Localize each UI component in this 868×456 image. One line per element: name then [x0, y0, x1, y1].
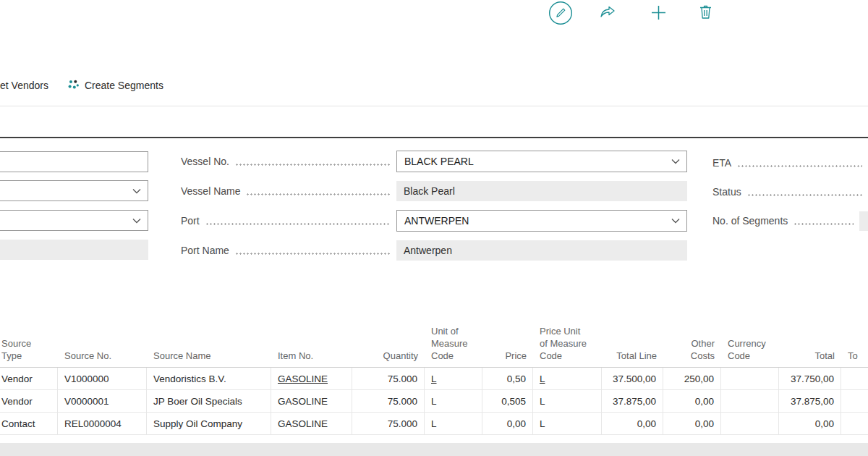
cell-quantity[interactable]: 75.000 — [352, 390, 425, 413]
vessel-no-combobox[interactable]: BLACK PEARL — [396, 151, 687, 172]
cell-item_no[interactable]: GASOLINE — [271, 368, 352, 390]
horizontal-divider — [0, 106, 868, 106]
cell-source_no[interactable]: V1000000 — [58, 368, 147, 390]
cell-other_costs[interactable]: 0,00 — [663, 390, 721, 413]
cell-source_name[interactable]: JP Boer Oil Specials — [147, 390, 271, 413]
port-name-field: Antwerpen — [396, 240, 687, 261]
cell-item_no[interactable]: GASOLINE — [271, 390, 352, 413]
cell-currency_code[interactable] — [721, 368, 779, 390]
table-header-row: Source TypeSource No.Source NameItem No.… — [0, 318, 868, 368]
new-button[interactable] — [650, 4, 667, 21]
form-row-vessel-no: Vessel No. BLACK PEARL — [181, 151, 687, 172]
cell-price[interactable]: 0,00 — [482, 413, 533, 435]
field-label: Port — [181, 215, 200, 227]
dotted-leader — [235, 164, 391, 166]
column-header-uom_code[interactable]: Unit of Measure Code — [425, 318, 482, 367]
cell-quantity[interactable]: 75.000 — [352, 368, 425, 390]
field-label: Vessel No. — [181, 156, 229, 167]
cell-total_line[interactable]: 0,00 — [602, 413, 663, 435]
field-value: Black Pearl — [404, 185, 455, 197]
section-top-border — [0, 137, 868, 138]
cell-total[interactable]: 0,00 — [779, 413, 841, 435]
page: et Vendors Create Segments — [0, 0, 868, 456]
cell-total_cut[interactable] — [841, 368, 868, 390]
cell-source_type[interactable]: Contact — [0, 413, 58, 435]
cell-other_costs[interactable]: 250,00 — [663, 368, 721, 390]
left-input-field[interactable] — [0, 151, 148, 172]
cell-source_type[interactable]: Vendor — [0, 368, 58, 390]
column-header-source_name[interactable]: Source Name — [147, 318, 271, 367]
chevron-down-icon — [671, 159, 680, 164]
action-create-segments[interactable]: Create Segments — [67, 79, 163, 93]
column-header-price[interactable]: Price — [482, 318, 533, 367]
share-button[interactable] — [599, 5, 617, 20]
field-label: Status — [712, 186, 741, 198]
cell-source_type[interactable]: Vendor — [0, 390, 58, 413]
column-header-quantity[interactable]: Quantity — [352, 318, 425, 367]
cell-source_no[interactable]: V0000001 — [58, 390, 147, 413]
column-header-total[interactable]: Total — [779, 318, 841, 367]
cell-total_cut[interactable] — [841, 413, 868, 435]
port-combobox[interactable]: ANTWERPEN — [396, 210, 687, 232]
form-row-no-of-segments: No. of Segments — [712, 211, 868, 231]
share-icon — [599, 12, 617, 22]
edit-button[interactable] — [548, 0, 574, 26]
cell-price_uom_code[interactable]: L — [533, 413, 602, 435]
left-combobox-lower[interactable] — [0, 210, 148, 231]
field-value: BLACK PEARL — [404, 156, 474, 167]
status-bar — [0, 443, 868, 456]
cell-currency_code[interactable] — [721, 413, 779, 435]
column-header-item_no[interactable]: Item No. — [271, 318, 352, 367]
dotted-leader — [246, 193, 391, 195]
cell-uom_code[interactable]: L — [425, 413, 482, 435]
cell-source_no[interactable]: REL0000004 — [58, 413, 147, 435]
plus-icon — [650, 12, 667, 23]
dotted-leader — [235, 253, 391, 255]
left-readonly-field — [0, 240, 148, 260]
cell-total[interactable]: 37.750,00 — [779, 368, 841, 390]
cell-currency_code[interactable] — [721, 390, 779, 413]
dotted-leader — [793, 223, 854, 225]
left-combobox-upper[interactable] — [0, 180, 148, 201]
cell-total[interactable]: 37.875,00 — [779, 390, 841, 413]
column-header-other_costs[interactable]: Other Costs — [663, 318, 721, 367]
vessel-name-field: Black Pearl — [396, 181, 687, 201]
action-get-vendors[interactable]: et Vendors — [0, 80, 48, 91]
pencil-icon — [548, 17, 574, 28]
cell-price[interactable]: 0,50 — [482, 368, 533, 390]
cell-total_line[interactable]: 37.875,00 — [602, 390, 663, 413]
field-label: No. of Segments — [712, 215, 788, 227]
form-row-status: Status — [712, 182, 868, 202]
column-header-total_cut[interactable]: To — [841, 318, 868, 367]
cell-total_line[interactable]: 37.500,00 — [602, 368, 663, 390]
dotted-leader — [737, 165, 862, 167]
cell-uom_code[interactable]: L — [425, 390, 482, 413]
action-label: Create Segments — [85, 80, 163, 91]
cell-price_uom_code[interactable]: L — [533, 368, 602, 390]
form-row-eta: ETA — [712, 153, 868, 173]
cell-source_name[interactable]: Supply Oil Company — [147, 413, 271, 435]
field-value: Antwerpen — [404, 245, 452, 256]
field-label: Port Name — [181, 245, 229, 256]
cell-total_cut[interactable] — [841, 390, 868, 413]
field-label: ETA — [712, 157, 731, 169]
cell-price[interactable]: 0,505 — [482, 390, 533, 413]
delete-button[interactable] — [698, 4, 713, 20]
cell-other_costs[interactable]: 0,00 — [663, 413, 721, 435]
cell-quantity[interactable]: 75.000 — [352, 413, 425, 435]
column-header-currency_code[interactable]: Currency Code — [721, 318, 779, 367]
cell-uom_code[interactable]: L — [425, 368, 482, 390]
lines-table: Source TypeSource No.Source NameItem No.… — [0, 318, 868, 435]
cell-item_no[interactable]: GASOLINE — [271, 413, 352, 435]
column-header-price_uom_code[interactable]: Price Unit of Measure Code — [533, 318, 602, 367]
column-header-source_no[interactable]: Source No. — [58, 318, 147, 367]
chevron-down-icon — [671, 218, 680, 224]
cell-price_uom_code[interactable]: L — [533, 390, 602, 413]
chevron-down-icon — [132, 218, 141, 224]
cell-source_name[interactable]: Vendoristics B.V. — [147, 368, 271, 390]
chevron-down-icon — [132, 188, 141, 194]
action-label: et Vendors — [0, 80, 48, 91]
column-header-total_line[interactable]: Total Line — [602, 318, 663, 367]
column-header-source_type[interactable]: Source Type — [0, 318, 58, 367]
segments-readonly-field — [859, 211, 868, 231]
